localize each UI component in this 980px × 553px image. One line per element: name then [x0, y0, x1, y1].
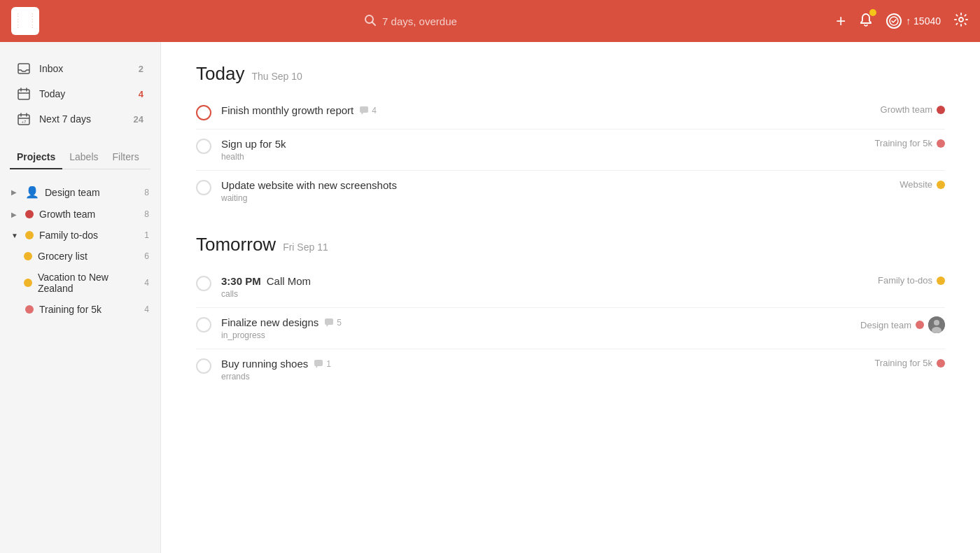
- sidebar-item-growth-team[interactable]: ▶ Growth team 8: [4, 204, 156, 225]
- sidebar-item-grocery-list[interactable]: Grocery list 6: [4, 246, 156, 267]
- karma-display[interactable]: ↑ 15040: [886, 13, 941, 29]
- task-title-3: Update website with new screenshots: [221, 179, 890, 191]
- table-row: 3:30 PM Call Mom calls Family to-dos: [196, 267, 945, 308]
- task-project-dot-1: [937, 106, 945, 114]
- growth-team-count: 8: [144, 209, 149, 219]
- expand-growth-team-icon: ▶: [11, 211, 20, 218]
- vacation-nz-dot: [24, 279, 32, 287]
- svg-rect-23: [360, 106, 368, 113]
- task-checkbox-6[interactable]: [196, 358, 211, 374]
- notification-badge: [869, 9, 876, 16]
- task-project-dot-4: [937, 276, 945, 285]
- svg-line-10: [372, 22, 376, 25]
- task-sub-2: health: [221, 152, 864, 162]
- family-todos-dot: [25, 231, 34, 239]
- inbox-count: 2: [139, 64, 144, 74]
- task-sub-3: waiting: [221, 193, 890, 203]
- svg-rect-13: [18, 64, 29, 74]
- sidebar-item-inbox[interactable]: Inbox 2: [7, 56, 153, 81]
- task-title-4: 3:30 PM Call Mom: [221, 275, 868, 287]
- svg-rect-30: [314, 360, 323, 366]
- family-todos-label: Family to-dos: [39, 230, 139, 241]
- task-body-5: Finalize new designs 5 in_progress: [221, 316, 850, 340]
- svg-marker-26: [326, 325, 328, 327]
- today-section-title: Today: [196, 63, 244, 85]
- vacation-nz-count: 4: [144, 278, 149, 288]
- header-actions: + ↑ 15040: [836, 12, 969, 31]
- tab-filters[interactable]: Filters: [106, 146, 146, 169]
- main-layout: Inbox 2 Today 4: [0, 42, 980, 553]
- design-team-count: 8: [144, 188, 149, 197]
- table-row: Update website with new screenshots wait…: [196, 171, 945, 211]
- task-time-4: 3:30 PM: [221, 275, 261, 287]
- tab-projects[interactable]: Projects: [10, 146, 62, 169]
- task-checkbox-4[interactable]: [196, 276, 211, 291]
- task-comment-5: 5: [324, 318, 342, 328]
- today-section-date: Thu Sep 10: [251, 71, 302, 82]
- search-bar[interactable]: [50, 14, 836, 29]
- sidebar-item-training-5k[interactable]: ▶ Training for 5k 4: [4, 299, 156, 320]
- task-checkbox-2[interactable]: [196, 139, 211, 154]
- inbox-label: Inbox: [39, 63, 130, 74]
- sidebar-item-design-team[interactable]: ▶ 👤 Design team 8: [4, 181, 156, 204]
- table-row: Sign up for 5k health Training for 5k: [196, 130, 945, 171]
- search-input[interactable]: [382, 15, 522, 27]
- vacation-nz-label: Vacation to New Zealand: [38, 272, 139, 294]
- task-body-6: Buy running shoes 1 errands: [221, 358, 864, 382]
- today-count: 4: [139, 89, 144, 99]
- next7days-label: Next 7 days: [39, 113, 125, 125]
- task-body-2: Sign up for 5k health: [221, 138, 864, 162]
- sidebar-item-next7days[interactable]: +7 Next 7 days 24: [7, 106, 153, 132]
- training-5k-count: 4: [144, 304, 149, 314]
- expand-design-team-icon: ▶: [11, 188, 20, 196]
- task-avatar-5: [928, 316, 945, 333]
- task-body-3: Update website with new screenshots wait…: [221, 179, 890, 203]
- tomorrow-section-title: Tomorrow: [196, 234, 276, 255]
- task-title-5: Finalize new designs 5: [221, 316, 850, 328]
- svg-rect-8: [19, 24, 32, 27]
- tab-labels[interactable]: Labels: [62, 146, 105, 169]
- task-title-1: Finish monthly growth report 4: [221, 104, 871, 116]
- karma-icon: [886, 13, 902, 29]
- table-row: Finalize new designs 5 in_progress Desig…: [196, 308, 945, 349]
- svg-point-12: [959, 18, 963, 22]
- app-logo[interactable]: [11, 7, 39, 35]
- projects-list: ▶ 👤 Design team 8 ▶ Growth team 8 ▼ Fami…: [0, 181, 160, 320]
- svg-rect-25: [325, 318, 333, 325]
- add-task-button[interactable]: +: [836, 13, 846, 29]
- today-task-list: Finish monthly growth report 4 Growth te…: [196, 96, 945, 211]
- today-icon: [17, 87, 31, 101]
- task-meta-4: Family to-dos: [878, 275, 945, 286]
- task-checkbox-1[interactable]: [196, 105, 211, 120]
- comment-icon-6: [314, 359, 323, 368]
- growth-team-label: Growth team: [39, 209, 139, 220]
- task-checkbox-3[interactable]: [196, 180, 211, 195]
- grocery-list-dot: [24, 252, 32, 260]
- notifications-button[interactable]: [858, 12, 874, 31]
- task-comment-6: 1: [314, 359, 331, 369]
- next7days-count: 24: [134, 114, 144, 125]
- settings-button[interactable]: [953, 12, 969, 31]
- task-project-name-2: Training for 5k: [874, 138, 932, 148]
- task-project-name-4: Family to-dos: [878, 275, 932, 286]
- svg-text:+7: +7: [22, 120, 27, 124]
- sidebar-item-vacation-nz[interactable]: Vacation to New Zealand 4: [4, 267, 156, 299]
- sidebar-item-today[interactable]: Today 4: [7, 81, 153, 106]
- app-header: + ↑ 15040: [0, 0, 980, 42]
- svg-marker-24: [361, 113, 363, 115]
- task-project-dot-5: [916, 321, 924, 329]
- svg-point-28: [934, 320, 939, 326]
- task-body-4: 3:30 PM Call Mom calls: [221, 275, 868, 299]
- search-icon: [364, 14, 377, 29]
- comment-icon: [359, 106, 369, 115]
- svg-rect-7: [19, 20, 32, 22]
- today-label: Today: [39, 88, 130, 99]
- task-checkbox-5[interactable]: [196, 317, 211, 332]
- table-row: Buy running shoes 1 errands Training for…: [196, 349, 945, 390]
- task-sub-5: in_progress: [221, 330, 850, 340]
- table-row: Finish monthly growth report 4 Growth te…: [196, 96, 945, 130]
- comment-icon-5: [324, 318, 334, 327]
- sidebar-item-family-todos[interactable]: ▼ Family to-dos 1: [4, 225, 156, 246]
- svg-rect-6: [19, 16, 32, 19]
- grocery-list-count: 6: [144, 251, 149, 261]
